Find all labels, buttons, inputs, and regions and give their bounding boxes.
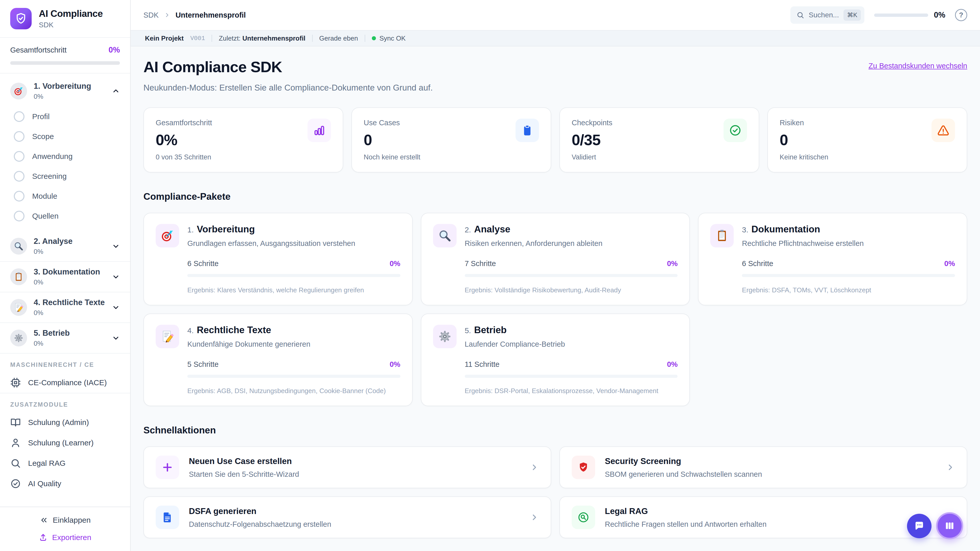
chevron-down-icon[interactable] xyxy=(112,273,120,281)
package-number: 2. xyxy=(465,225,471,234)
last-edited-value: Unternehmensprofil xyxy=(242,35,305,42)
phase-label: 1. Vorbereitung xyxy=(34,82,105,91)
quick-action-security-screening[interactable]: Security Screening SBOM generieren und S… xyxy=(559,446,967,488)
check-circle-icon xyxy=(10,478,21,489)
page-header: AI Compliance SDK Neukunden-Modus: Erste… xyxy=(143,58,967,93)
switch-mode-link[interactable]: Zu Bestandskunden wechseln xyxy=(869,62,967,70)
app-window: AI Compliance SDK Gesamtfortschritt 0% 1… xyxy=(0,0,980,551)
package-result: Ergebnis: Vollständige Risikobewertung, … xyxy=(465,286,678,294)
package-title: Vorbereitung xyxy=(197,224,255,234)
memo-pencil-icon xyxy=(156,325,179,348)
last-saved-time: Gerade eben xyxy=(319,35,358,42)
sidebar-item-screening[interactable]: Screening xyxy=(0,166,130,186)
quick-action-dsfa[interactable]: DSFA generieren Datenschutz-Folgenabscha… xyxy=(143,496,551,538)
quick-action-new-use-case[interactable]: Neuen Use Case erstellen Starten Sie den… xyxy=(143,446,551,488)
stat-value: 0/35 xyxy=(572,131,612,149)
breadcrumb-current: Unternehmensprofil xyxy=(176,11,246,19)
target-icon xyxy=(10,83,27,100)
search-input[interactable]: Suchen... ⌘K xyxy=(791,6,864,24)
package-title: Rechtliche Texte xyxy=(197,325,271,335)
divider xyxy=(212,35,212,42)
phase-label: 5. Betrieb xyxy=(34,329,105,338)
package-progress-value: 0% xyxy=(667,360,678,368)
search-placeholder: Suchen... xyxy=(809,11,839,19)
chevron-down-icon[interactable] xyxy=(112,334,120,342)
section-title-compliance-pakete: Compliance-Pakete xyxy=(143,191,967,202)
package-card-betrieb[interactable]: 5.Betrieb Laufender Compliance-Betrieb 1… xyxy=(421,313,690,406)
sidebar-item-ce-compliance[interactable]: CE-Compliance (IACE) xyxy=(0,372,130,393)
package-steps: 6 Schritte xyxy=(187,259,219,268)
quick-action-subtitle: Starten Sie den 5-Schritte-Wizard xyxy=(189,470,520,478)
package-description: Kundenfähige Dokumente generieren xyxy=(187,340,310,348)
sidebar-item-schulung-learner[interactable]: Schulung (Learner) xyxy=(0,433,130,453)
package-progress-bar xyxy=(742,274,955,277)
magnifier-icon xyxy=(10,238,27,254)
sync-label: Sync OK xyxy=(380,35,406,42)
sidebar-phase-analyse[interactable]: 2. Analyse 0% xyxy=(0,231,130,261)
stats-row: Gesamtfortschritt 0% 0 von 35 Schritten … xyxy=(143,107,967,172)
sidebar-item-schulung-admin[interactable]: Schulung (Admin) xyxy=(0,412,130,433)
breadcrumb-sdk[interactable]: SDK xyxy=(143,11,159,19)
package-number: 1. xyxy=(187,225,194,234)
chevron-down-icon[interactable] xyxy=(112,242,120,250)
sidebar-phase-dokumentation[interactable]: 3. Dokumentation 0% xyxy=(0,261,130,292)
package-description: Risiken erkennen, Anforderungen ableiten xyxy=(465,239,603,248)
package-progress-value: 0% xyxy=(667,259,678,268)
sidebar-item-ai-quality[interactable]: AI Quality xyxy=(0,473,130,494)
package-progress-bar xyxy=(465,375,678,378)
module-label: CE-Compliance (IACE) xyxy=(28,378,107,387)
package-title: Dokumentation xyxy=(751,224,820,234)
help-button[interactable]: ? xyxy=(955,9,967,21)
bar-chart-icon xyxy=(307,119,331,142)
stat-label: Risiken xyxy=(780,119,829,127)
chat-assistant-button[interactable] xyxy=(907,514,932,538)
chevrons-left-icon xyxy=(40,516,48,524)
target-icon xyxy=(156,224,179,248)
export-button[interactable]: Exportieren xyxy=(39,533,91,542)
sidebar-footer: Einklappen Exportieren xyxy=(0,507,130,551)
chevron-up-icon[interactable] xyxy=(112,87,120,95)
package-card-analyse[interactable]: 2.Analyse Risiken erkennen, Anforderunge… xyxy=(421,213,690,305)
package-card-rechtliche-texte[interactable]: 4.Rechtliche Texte Kundenfähige Dokument… xyxy=(143,313,413,406)
sidebar-item-module[interactable]: Module xyxy=(0,186,130,206)
phase-progress: 0% xyxy=(34,309,105,317)
package-title: Betrieb xyxy=(474,325,507,335)
sidebar-item-scope[interactable]: Scope xyxy=(0,127,130,146)
step-circle-icon xyxy=(14,131,24,142)
sidebar-phase-vorbereitung[interactable]: 1. Vorbereitung 0% xyxy=(0,76,130,106)
sidebar-item-profil[interactable]: Profil xyxy=(0,106,130,127)
stat-label: Checkpoints xyxy=(572,119,612,127)
subitem-label: Quellen xyxy=(32,212,59,221)
sidebar-item-anwendung[interactable]: Anwendung xyxy=(0,146,130,166)
shield-check-icon xyxy=(572,456,595,479)
kanban-board-button[interactable] xyxy=(936,512,963,539)
overall-progress-label: Gesamtfortschritt xyxy=(10,46,67,54)
package-card-vorbereitung[interactable]: 1.Vorbereitung Grundlagen erfassen, Ausg… xyxy=(143,213,413,305)
topbar-controls: Suchen... ⌘K 0% ? xyxy=(791,6,967,24)
subitem-label: Scope xyxy=(32,132,54,141)
stat-card-risiken: Risiken 0 Keine kritischen xyxy=(767,107,967,172)
sidebar-phase-rechtliche-texte[interactable]: 4. Rechtliche Texte 0% xyxy=(0,292,130,322)
package-steps: 7 Schritte xyxy=(465,259,496,268)
sidebar-item-legal-rag[interactable]: Legal RAG xyxy=(0,453,130,473)
shield-check-icon xyxy=(10,8,32,29)
package-progress-bar xyxy=(465,274,678,277)
collapse-sidebar-button[interactable]: Einklappen xyxy=(40,516,91,524)
package-card-dokumentation[interactable]: 3.Dokumentation Rechtliche Pflichtnachwe… xyxy=(698,213,967,305)
divider xyxy=(365,35,365,42)
chevron-down-icon[interactable] xyxy=(112,303,120,311)
topbar: SDK Unternehmensprofil Suchen... ⌘K 0% ? xyxy=(130,0,980,30)
section-title-schnellaktionen: Schnellaktionen xyxy=(143,425,967,436)
quick-action-title: Security Screening xyxy=(605,456,936,466)
sidebar-phase-betrieb[interactable]: 5. Betrieb 0% xyxy=(0,322,130,353)
stat-label: Gesamtfortschritt xyxy=(156,119,212,127)
stat-sub: Keine kritischen xyxy=(780,153,829,161)
quick-action-legal-rag[interactable]: Legal RAG Rechtliche Fragen stellen und … xyxy=(559,496,967,538)
alert-triangle-icon xyxy=(932,119,955,142)
sidebar-item-quellen[interactable]: Quellen xyxy=(0,206,130,226)
header-progress: 0% xyxy=(874,11,945,20)
step-circle-icon xyxy=(14,191,24,202)
stat-label: Use Cases xyxy=(364,119,420,127)
divider xyxy=(312,35,313,42)
subitem-label: Screening xyxy=(32,172,67,181)
